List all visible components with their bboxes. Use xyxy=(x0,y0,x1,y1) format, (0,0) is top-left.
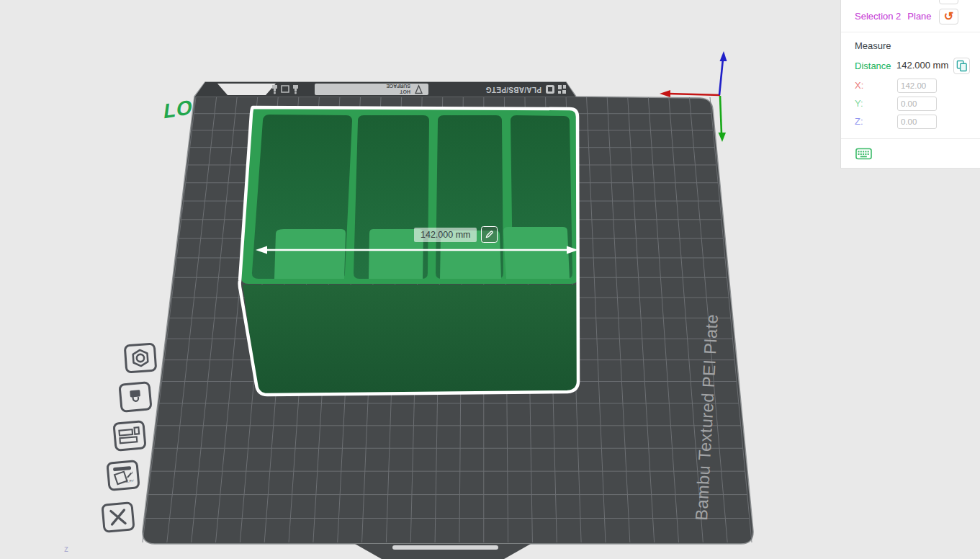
y-axis-arrow xyxy=(719,133,727,142)
plate-front-tab xyxy=(355,544,531,559)
lock-icon xyxy=(125,387,146,407)
distance-label: Distance xyxy=(855,61,891,71)
copy-distance-button[interactable] xyxy=(953,58,970,74)
z-distance-input[interactable] xyxy=(897,115,937,129)
arrange-list-icon xyxy=(117,426,142,447)
y-axis-label: Y: xyxy=(855,98,863,109)
measurement-value-label: 142.000 mm xyxy=(414,228,477,242)
selection-mode: Plane xyxy=(907,11,931,22)
plate-handle-cutout xyxy=(217,84,276,95)
selection-label: Selection 2 xyxy=(855,11,901,22)
plate-name-button[interactable]: 6LRY xyxy=(106,460,140,491)
edit-measurement-button[interactable] xyxy=(481,226,498,243)
undo-selection-button[interactable]: ↺ xyxy=(939,9,958,24)
hex-nut-icon xyxy=(129,347,152,369)
divider xyxy=(841,138,980,139)
model-object-3d[interactable] xyxy=(240,107,578,395)
pencil-tip xyxy=(132,471,133,474)
model-front-face xyxy=(243,285,578,394)
z-axis-arrow xyxy=(720,51,727,61)
divider xyxy=(841,32,980,32)
x-axis-arrow xyxy=(660,90,670,97)
plate-logo-text: LO xyxy=(163,96,193,124)
copy-icon xyxy=(956,60,968,72)
measure-section-title: Measure xyxy=(855,40,891,51)
x-distance-input[interactable] xyxy=(897,79,937,93)
plate-arrange-button[interactable] xyxy=(112,420,146,452)
pencil-icon xyxy=(485,230,494,239)
keyboard-input-toggle[interactable] xyxy=(855,148,873,161)
rename-plate-icon: 6LRY xyxy=(111,465,135,487)
plate-lock-button[interactable] xyxy=(118,381,152,413)
measurement-tag: 142.000 mm xyxy=(414,226,498,243)
close-x-icon xyxy=(107,506,130,529)
plate-settings-button[interactable] xyxy=(124,343,158,374)
panel-top-button[interactable] xyxy=(939,0,958,4)
z-axis-label: Z: xyxy=(855,116,863,127)
x-axis-label: X: xyxy=(855,80,863,91)
keyboard-icon xyxy=(855,148,873,161)
selection-status: Selection 2Plane xyxy=(855,11,932,22)
measure-panel: Selection 2Plane ↺ Measure Distance 142.… xyxy=(840,0,980,169)
hot-surface-strip xyxy=(315,84,428,95)
viewport-3d[interactable]: HOT SURFACE PLA/ABS/PETG Bambu Textured … xyxy=(0,0,980,559)
material-marking: PLA/ABS/PETG xyxy=(486,85,567,94)
z-axis-hint: z xyxy=(64,544,68,554)
surface-text: SURFACE xyxy=(386,84,410,89)
distance-value: 142.000 mm xyxy=(896,60,948,71)
material-text: PLA/ABS/PETG xyxy=(486,86,542,94)
undo-icon: ↺ xyxy=(944,11,953,22)
plate-tag-text: 6LRY xyxy=(125,479,135,483)
hot-text: HOT xyxy=(400,89,411,94)
plate-delete-button[interactable] xyxy=(101,501,135,533)
y-distance-input[interactable] xyxy=(897,97,937,111)
